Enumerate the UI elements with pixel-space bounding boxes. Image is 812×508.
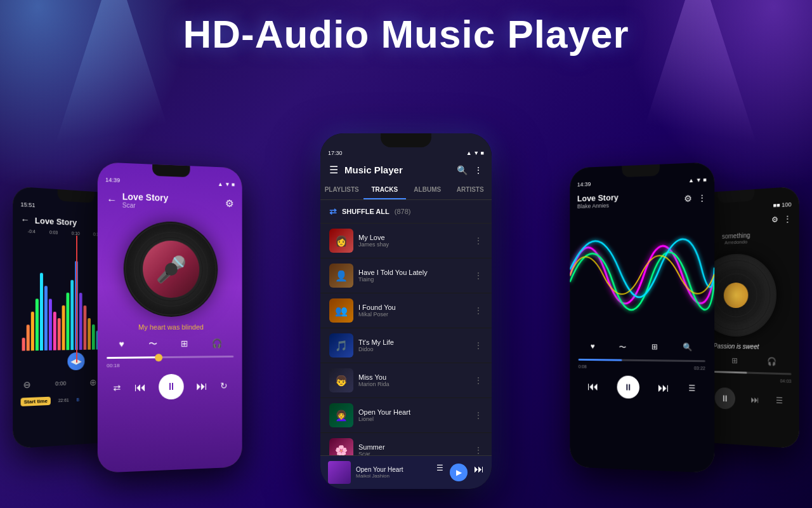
phone-2-wave-icon[interactable]: 〜 <box>148 338 157 350</box>
phone-3-app-title: Music Player <box>344 164 457 175</box>
phone-4-more-icon[interactable]: ⋮ <box>698 192 707 203</box>
phone-2-repeat-icon[interactable]: ↻ <box>220 380 228 391</box>
phone-2-headphone-icon[interactable]: 🎧 <box>212 338 222 350</box>
phone-3-now-playing-bar: Open Your Heart Maikol Jashion ☰ ▶ ⏭ <box>320 455 492 489</box>
track-3-name: I Found You <box>358 304 469 311</box>
phone-4-progress-bar[interactable] <box>579 359 705 362</box>
track-2-more-icon[interactable]: ⋮ <box>474 271 483 281</box>
track-6-artist: Lionel <box>358 416 469 422</box>
phone-3-shuffle-row[interactable]: ⇄ SHUFFLE ALL (878) <box>320 200 492 224</box>
phone-1-start-time-label: Start time <box>21 397 51 406</box>
svg-rect-6 <box>570 210 714 339</box>
phone-2-progress-thumb <box>155 354 162 361</box>
phone-3-search-icon[interactable]: 🔍 <box>457 165 468 175</box>
phone-2-play-button[interactable]: ⏸ <box>159 374 184 400</box>
phone-3-np-playlist-icon[interactable]: ☰ <box>436 464 443 481</box>
track-2-artist: Tiaing <box>358 276 469 283</box>
phone-3-track-count: (878) <box>395 208 411 215</box>
track-4-info: Tt's My Life Didoo <box>358 338 469 352</box>
track-6-more-icon[interactable]: ⋮ <box>474 410 483 420</box>
tab-artists[interactable]: ARTISTS <box>449 181 492 199</box>
track-6-info: Open Your Heart Lionel <box>358 408 469 422</box>
track-4[interactable]: 🎵 Tt's My Life Didoo ⋮ <box>320 328 492 363</box>
phone-3-np-play-button[interactable]: ▶ <box>450 464 468 481</box>
phone-1-minus-icon[interactable]: ⊖ <box>23 379 31 390</box>
track-5[interactable]: 👦 Miss You Marion Rida ⋮ <box>320 363 492 398</box>
track-7-more-icon[interactable]: ⋮ <box>474 445 483 455</box>
phone-3-header: ☰ Music Player 🔍 ⋮ <box>320 159 492 181</box>
track-4-more-icon[interactable]: ⋮ <box>474 340 483 351</box>
phone-4-notch <box>622 164 659 177</box>
track-5-artist: Marion Rida <box>358 381 469 387</box>
phone-2-shuffle-icon[interactable]: ⇄ <box>114 382 121 392</box>
phone-1-plus-icon[interactable]: ⊕ <box>89 377 96 387</box>
track-5-more-icon[interactable]: ⋮ <box>474 375 483 385</box>
phone-2-progress-bar[interactable] <box>107 356 233 359</box>
track-5-thumb: 👦 <box>329 368 353 392</box>
phone-3-menu-icon[interactable]: ☰ <box>329 164 338 176</box>
phone-2-settings-icon[interactable]: ⚙ <box>225 197 233 210</box>
phone-2-next-icon[interactable]: ⏭ <box>197 380 208 393</box>
phone-5-headphone-icon[interactable]: 🎧 <box>767 357 776 366</box>
phone-3-np-next-icon[interactable]: ⏭ <box>474 464 484 481</box>
phone-5-next-icon[interactable]: ⏭ <box>751 394 760 405</box>
phone-3-shuffle-label: SHUFFLE ALL <box>342 208 390 215</box>
phone-2-album-art: 🎤 <box>124 220 218 317</box>
phone-5-playlist-icon[interactable]: ☰ <box>776 396 783 406</box>
phone-4-playlist-icon[interactable]: ☰ <box>688 384 695 392</box>
phone-3-screen: 17:30 ▲ ▼ ■ ☰ Music Player 🔍 ⋮ PLAYLISTS… <box>320 133 492 489</box>
track-4-artist: Didoo <box>358 346 469 352</box>
phone-4-settings-icon[interactable]: ⚙ <box>684 193 692 204</box>
phone-4-heart-icon[interactable]: ♥ <box>591 342 595 352</box>
phone-4-play-button[interactable]: ⏸ <box>617 375 639 399</box>
phone-1-length-value: 22:61 <box>58 398 69 403</box>
tab-tracks[interactable]: TRACKS <box>363 181 407 199</box>
track-6[interactable]: 👩‍🦱 Open Your Heart Lionel ⋮ <box>320 398 492 433</box>
phone-3-np-thumb <box>328 461 351 484</box>
phone-5-more-icon[interactable]: ⋮ <box>783 214 791 224</box>
phone-2-heart-icon[interactable]: ♥ <box>119 338 124 350</box>
phone-2-lyrics: My heart was blinded <box>98 323 242 331</box>
phone-2: 14:39 ▲ ▼ ■ ← Love Story Scar ⚙ <box>98 162 242 473</box>
phone-4-next-icon[interactable]: ⏭ <box>658 381 669 394</box>
phone-3-notch <box>381 133 431 147</box>
phone-2-screen: 14:39 ▲ ▼ ■ ← Love Story Scar ⚙ <box>98 162 242 473</box>
phone-1-song-title: Love Story <box>35 215 77 227</box>
phone-4-search-icon[interactable]: 🔍 <box>683 342 692 353</box>
phone-2-back-icon[interactable]: ← <box>107 194 117 206</box>
track-1[interactable]: 👩 My Love James shay ⋮ <box>320 224 492 258</box>
phone-4-song-info: Love Story Blake Annies <box>577 190 684 210</box>
phone-3-np-artist: Maikol Jashion <box>356 473 431 479</box>
tab-playlists[interactable]: PLAYLISTS <box>320 181 363 199</box>
track-3-more-icon[interactable]: ⋮ <box>474 305 483 316</box>
phone-4-time-total: 03:22 <box>694 366 705 370</box>
track-1-more-icon[interactable]: ⋮ <box>474 236 483 246</box>
track-3[interactable]: 👥 I Found You Mikal Poser ⋮ <box>320 293 492 328</box>
phone-4-progress-fill <box>579 359 622 361</box>
phone-5-settings-icon[interactable]: ⚙ <box>771 215 778 224</box>
track-1-thumb: 👩 <box>329 229 353 253</box>
phone-2-prev-icon[interactable]: ⏮ <box>134 380 146 394</box>
phone-4: 14:39 ▲ ▼ ■ Love Story Blake Annies ⚙ ⋮ <box>570 162 714 473</box>
phone-5-add-icon[interactable]: ⊞ <box>731 356 738 365</box>
track-1-name: My Love <box>358 234 469 241</box>
svg-point-10 <box>711 269 761 321</box>
track-2[interactable]: 👤 Have I Told You Lately Tiaing ⋮ <box>320 258 492 293</box>
phone-2-header: ← Love Story Scar ⚙ <box>98 185 242 217</box>
phone-3-more-icon[interactable]: ⋮ <box>474 165 483 175</box>
phone-2-add-icon[interactable]: ⊞ <box>181 338 188 350</box>
phone-4-prev-icon[interactable]: ⏮ <box>587 380 598 393</box>
phone-4-wave-icon[interactable]: 〜 <box>619 342 627 353</box>
phone-1-back-icon[interactable]: ← <box>21 214 30 225</box>
phone-5-time-total: 04:03 <box>780 378 792 384</box>
page-title: HD-Audio Music Player <box>0 0 812 57</box>
phone-5-play-button[interactable]: ⏸ <box>714 387 735 410</box>
phone-4-time-current: 0:08 <box>579 364 587 369</box>
track-6-thumb: 👩‍🦱 <box>329 403 353 427</box>
phone-4-controls-icons: ♥ 〜 ⊞ 🔍 <box>570 338 714 358</box>
phone-4-add-icon[interactable]: ⊞ <box>652 342 658 353</box>
phone-1-time: 15:51 <box>21 201 36 209</box>
tab-albums[interactable]: ALBUMS <box>406 181 449 199</box>
phone-3-np-controls: ☰ ▶ ⏭ <box>436 464 484 481</box>
phone-4-waveform <box>570 210 714 339</box>
